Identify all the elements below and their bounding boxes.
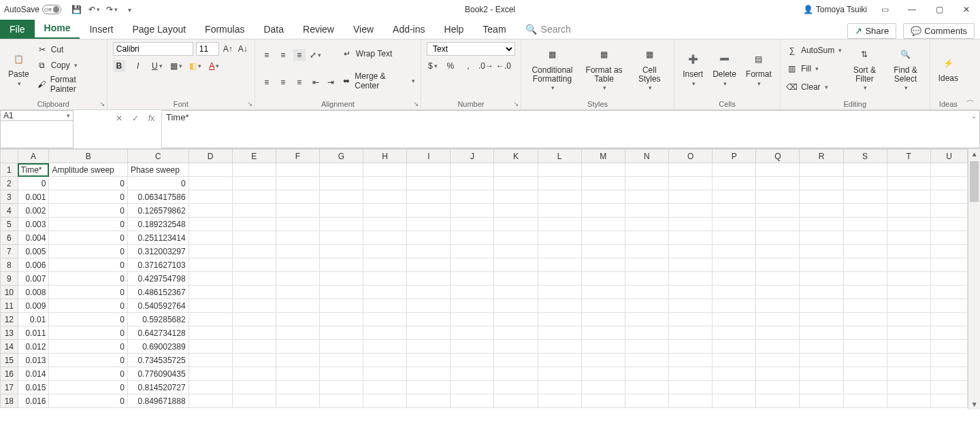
cell[interactable] xyxy=(669,258,713,272)
cell[interactable] xyxy=(843,354,887,367)
cell[interactable] xyxy=(930,218,968,231)
cell[interactable] xyxy=(407,367,451,381)
cell[interactable] xyxy=(756,286,800,299)
cell[interactable] xyxy=(189,326,232,340)
cell[interactable] xyxy=(887,218,930,231)
cell[interactable] xyxy=(494,204,538,218)
cell[interactable] xyxy=(363,394,407,408)
font-launcher-icon[interactable]: ↘ xyxy=(247,100,252,107)
fill-color-icon[interactable]: ◧▾ xyxy=(189,60,201,72)
cell[interactable] xyxy=(756,313,800,326)
cell[interactable] xyxy=(276,163,319,177)
enter-formula-icon[interactable]: ✓ xyxy=(132,114,139,123)
cell[interactable] xyxy=(451,313,494,326)
clear-button[interactable]: ⌫Clear▾ xyxy=(786,81,842,93)
cell[interactable] xyxy=(407,313,451,326)
paste-button[interactable]: 📋 Paste ▾ xyxy=(5,42,32,95)
merge-center-button[interactable]: ⬌Merge & Center▾ xyxy=(341,71,415,90)
column-header[interactable]: O xyxy=(669,150,713,163)
cell[interactable] xyxy=(276,190,319,204)
tab-file[interactable]: File xyxy=(0,20,35,39)
cell[interactable] xyxy=(887,163,930,177)
maximize-icon[interactable]: ▢ xyxy=(930,3,949,16)
cell[interactable] xyxy=(407,190,451,204)
cell[interactable] xyxy=(189,204,232,218)
cell[interactable] xyxy=(189,340,232,354)
cell[interactable] xyxy=(713,394,756,408)
font-color-icon[interactable]: A▾ xyxy=(208,60,220,72)
cell[interactable] xyxy=(232,354,276,367)
tell-me-search[interactable]: 🔍 Search xyxy=(516,20,581,39)
cell[interactable] xyxy=(451,204,494,218)
row-header[interactable]: 16 xyxy=(1,367,18,381)
cell[interactable] xyxy=(843,231,887,245)
cell[interactable] xyxy=(189,381,232,394)
cell[interactable] xyxy=(669,204,713,218)
cell[interactable] xyxy=(232,394,276,408)
cell[interactable] xyxy=(407,381,451,394)
cell[interactable] xyxy=(407,272,451,286)
cell[interactable] xyxy=(930,204,968,218)
cell[interactable] xyxy=(800,245,843,258)
cell[interactable] xyxy=(232,340,276,354)
cell[interactable] xyxy=(407,204,451,218)
cell[interactable] xyxy=(319,326,363,340)
cell[interactable] xyxy=(319,367,363,381)
cell[interactable] xyxy=(581,218,625,231)
cell[interactable] xyxy=(494,326,538,340)
cell[interactable]: 0 xyxy=(49,286,127,299)
cell[interactable] xyxy=(887,340,930,354)
cell[interactable] xyxy=(669,190,713,204)
cell[interactable] xyxy=(232,286,276,299)
align-right-icon[interactable]: ≡ xyxy=(293,76,306,88)
cell[interactable] xyxy=(232,258,276,272)
align-top-icon[interactable]: ≡ xyxy=(261,49,273,61)
cell[interactable] xyxy=(407,394,451,408)
cell[interactable]: 0.429754798 xyxy=(127,272,189,286)
cell[interactable] xyxy=(232,177,276,190)
cell[interactable] xyxy=(189,272,232,286)
cell[interactable] xyxy=(538,231,581,245)
cell[interactable] xyxy=(669,245,713,258)
cell[interactable] xyxy=(625,286,668,299)
cell[interactable]: 0.189232548 xyxy=(127,218,189,231)
cell[interactable] xyxy=(669,177,713,190)
cell[interactable]: 0 xyxy=(49,258,127,272)
cell[interactable]: 0.013 xyxy=(18,354,49,367)
cell[interactable]: 0.486152367 xyxy=(127,286,189,299)
cell[interactable] xyxy=(319,394,363,408)
cell[interactable] xyxy=(581,286,625,299)
cell[interactable] xyxy=(538,354,581,367)
cell[interactable] xyxy=(800,286,843,299)
ideas-button[interactable]: ⚡Ideas xyxy=(936,42,961,95)
cell[interactable] xyxy=(800,313,843,326)
cell[interactable] xyxy=(887,299,930,313)
cell[interactable] xyxy=(407,218,451,231)
cell[interactable] xyxy=(625,394,668,408)
cell[interactable] xyxy=(843,326,887,340)
cell[interactable] xyxy=(713,218,756,231)
format-painter-button[interactable]: 🖌Format Painter xyxy=(36,75,101,94)
cell[interactable]: 0 xyxy=(49,204,127,218)
cell[interactable] xyxy=(887,204,930,218)
cell[interactable]: 0 xyxy=(49,272,127,286)
cell[interactable] xyxy=(756,340,800,354)
cell[interactable] xyxy=(930,299,968,313)
comments-button[interactable]: 💬 Comments xyxy=(903,23,975,39)
cell[interactable] xyxy=(930,394,968,408)
column-header[interactable]: G xyxy=(319,150,363,163)
cell[interactable]: 0.003 xyxy=(18,218,49,231)
cell[interactable] xyxy=(407,299,451,313)
accounting-format-icon[interactable]: $▾ xyxy=(427,60,439,72)
column-header[interactable]: E xyxy=(232,150,276,163)
close-icon[interactable]: ✕ xyxy=(957,3,976,16)
cell-styles-button[interactable]: ▦Cell Styles▾ xyxy=(630,42,668,95)
cell[interactable]: 0 xyxy=(49,218,127,231)
cell[interactable] xyxy=(319,177,363,190)
cell[interactable] xyxy=(887,394,930,408)
cell[interactable] xyxy=(887,258,930,272)
column-header[interactable]: J xyxy=(451,150,494,163)
tab-view[interactable]: View xyxy=(344,20,383,39)
cell[interactable] xyxy=(538,163,581,177)
cell[interactable] xyxy=(625,204,668,218)
